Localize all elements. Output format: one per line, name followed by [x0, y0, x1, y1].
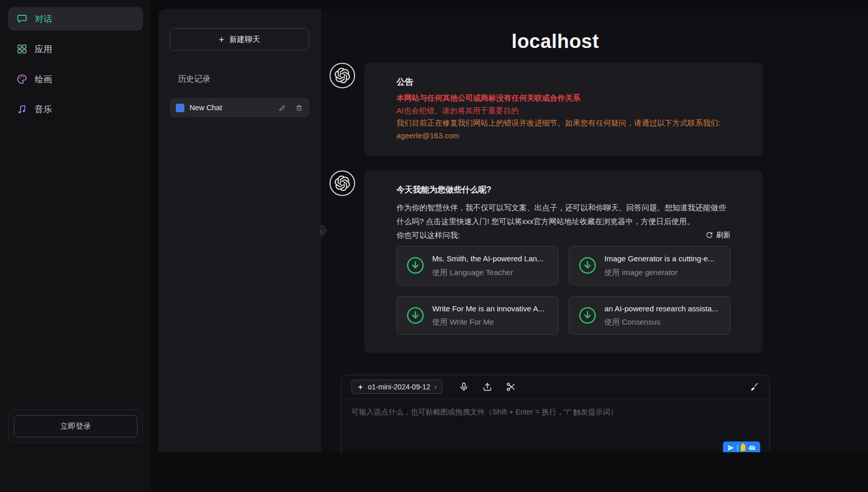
workspace: + 新建聊天 历史记录 New Chat ‹ localhost 公告 — [158, 9, 868, 452]
send-plane-icon — [728, 445, 734, 451]
openai-logo-icon — [335, 176, 350, 191]
sidebar-item-apps[interactable]: 应用 — [8, 37, 143, 61]
badge-divider — [737, 445, 738, 451]
prompt-card-subtitle: 使用 image generator — [604, 267, 714, 278]
message-welcome: 今天我能为您做些什么呢? 作为你的智慧伙伴，我不仅可以写文案、出点子，还可以和你… — [330, 170, 868, 353]
refresh-label: 刷新 — [716, 229, 731, 241]
prompt-card-title: an AI-powered research assista... — [604, 303, 718, 314]
sidebar-item-draw[interactable]: 绘画 — [8, 67, 143, 91]
download-circle-icon — [406, 256, 425, 275]
prompt-card-title: Write For Me is an innovative A... — [432, 303, 545, 314]
history-title: 历史记录 — [178, 74, 309, 85]
main-panel: ‹ localhost 公告 本网站与任何其他公司或商标没有任何关联或合作关系 … — [320, 9, 868, 452]
prompt-card-subtitle: 使用 Language Teacher — [432, 267, 544, 278]
prompt-card-subtitle: 使用 Write For Me — [432, 316, 545, 328]
composer-toolbar: o1-mini-2024-09-12 › — [341, 375, 769, 399]
plus-icon: + — [219, 35, 224, 44]
chat-list-panel: + 新建聊天 历史记录 New Chat — [158, 9, 320, 452]
composer: o1-mini-2024-09-12 › — [341, 375, 770, 452]
openai-logo-icon — [335, 68, 350, 83]
prompt-card-text: Ms. Smith, the AI-powered Lan... 使用 Lang… — [432, 253, 544, 278]
chat-color-swatch — [176, 104, 184, 112]
prompt-card-text: Image Generator is a cutting-e... 使用 ima… — [604, 253, 714, 278]
page-title: localhost — [341, 31, 770, 53]
prompt-cards: Ms. Smith, the AI-powered Lan... 使用 Lang… — [396, 246, 731, 340]
message-announcement: 公告 本网站与任何其他公司或商标没有任何关联或合作关系 AI也会犯错。请勿将其用… — [330, 63, 868, 156]
sparkle-icon — [357, 384, 364, 390]
prompt-card-title: Image Generator is a cutting-e... — [604, 253, 714, 264]
assistant-avatar — [330, 63, 355, 88]
upload-icon[interactable] — [482, 382, 492, 392]
download-circle-icon — [406, 306, 425, 325]
sidebar-item-chat[interactable]: 对话 — [8, 7, 143, 31]
prompt-card[interactable]: Ms. Smith, the AI-powered Lan... 使用 Lang… — [396, 246, 558, 285]
refresh-button[interactable]: 刷新 — [706, 229, 731, 241]
send-token-badge[interactable]: 4k — [723, 441, 760, 452]
prompt-card[interactable]: an AI-powered research assista... 使用 Con… — [569, 296, 731, 335]
welcome-heading: 今天我能为您做些什么呢? — [396, 184, 731, 195]
prompt-card[interactable]: Write For Me is an innovative A... 使用 Wr… — [396, 296, 558, 335]
apps-grid-icon — [16, 43, 28, 55]
chat-bubble-icon — [16, 13, 28, 24]
new-chat-label: 新建聊天 — [229, 35, 260, 44]
login-card: 立即登录 — [8, 409, 143, 443]
sidebar: 对话 应用 绘画 音乐 立即登录 — [0, 0, 151, 492]
model-label: o1-mini-2024-09-12 — [368, 383, 430, 391]
announcement-bubble: 公告 本网站与任何其他公司或商标没有任何关联或合作关系 AI也会犯错。请勿将其用… — [364, 63, 763, 156]
announcement-line-2: AI也会犯错。请勿将其用于重要目的 — [396, 105, 731, 116]
prompt-card-title: Ms. Smith, the AI-powered Lan... — [432, 253, 544, 264]
scissors-icon[interactable] — [506, 382, 516, 392]
refresh-icon — [706, 231, 713, 239]
chat-input[interactable] — [351, 407, 759, 444]
welcome-bubble: 今天我能为您做些什么呢? 作为你的智慧伙伴，我不仅可以写文案、出点子，还可以和你… — [364, 170, 763, 353]
battery-icon — [741, 445, 745, 451]
chat-history-item[interactable]: New Chat — [170, 98, 309, 117]
chevron-right-icon: › — [434, 383, 437, 390]
chevron-left-icon: ‹ — [320, 227, 322, 235]
prompt-card[interactable]: Image Generator is a cutting-e... 使用 ima… — [569, 246, 731, 285]
login-button[interactable]: 立即登录 — [14, 415, 137, 437]
announcement-line-1: 本网站与任何其他公司或商标没有任何关联或合作关系 — [396, 92, 731, 104]
prompt-card-text: an AI-powered research assista... 使用 Con… — [604, 303, 718, 328]
sidebar-item-label: 对话 — [35, 13, 52, 25]
clear-broom-icon[interactable] — [749, 382, 759, 392]
composer-input-area: 4k — [341, 399, 769, 452]
assistant-avatar — [330, 170, 355, 196]
prompt-card-subtitle: 使用 Consensus — [604, 316, 718, 328]
collapse-panel-button[interactable]: ‹ — [320, 225, 326, 236]
welcome-body: 作为你的智慧伙伴，我不仅可以写文案、出点子，还可以和你聊天、回答问题。想知道我还… — [396, 201, 731, 228]
delete-trash-icon[interactable] — [295, 104, 303, 112]
token-count: 4k — [748, 445, 756, 452]
prompt-card-text: Write For Me is an innovative A... 使用 Wr… — [432, 303, 545, 328]
announcement-email: ageerle@163.com — [396, 130, 731, 141]
sidebar-item-music[interactable]: 音乐 — [8, 97, 143, 121]
download-circle-icon — [578, 306, 597, 325]
microphone-icon[interactable] — [459, 382, 469, 392]
palette-icon — [16, 73, 28, 85]
announcement-line-3: 我们目前正在修复我们网站上的错误并改进细节。如果您有任何疑问，请通过以下方式联系… — [396, 117, 731, 129]
music-note-icon — [16, 104, 28, 115]
edit-pencil-icon[interactable] — [278, 104, 286, 112]
announcement-heading: 公告 — [396, 76, 731, 88]
model-selector[interactable]: o1-mini-2024-09-12 › — [351, 380, 442, 394]
download-circle-icon — [578, 256, 597, 275]
sidebar-item-label: 绘画 — [35, 73, 52, 85]
ask-hint: 你也可以这样问我: — [396, 228, 460, 242]
sidebar-item-label: 音乐 — [35, 104, 52, 115]
chat-item-title: New Chat — [190, 104, 269, 112]
new-chat-button[interactable]: + 新建聊天 — [170, 28, 309, 51]
sidebar-item-label: 应用 — [35, 43, 52, 55]
